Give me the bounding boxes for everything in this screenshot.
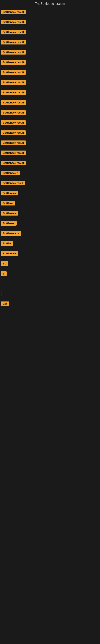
bottleneck-row: Bottleneck result: [0, 108, 100, 118]
bottleneck-row: Bottleneck result: [0, 98, 100, 108]
bottleneck-badge[interactable]: Bottleneck result: [1, 150, 26, 155]
bottleneck-row: Bottleneck result: [0, 67, 100, 77]
bottleneck-badge[interactable]: Bottleneck r: [1, 171, 20, 175]
bottleneck-row: Bottlene: [0, 198, 100, 208]
bottleneck-row: Bottleneck result: [0, 7, 100, 17]
bottleneck-row: Bottleneck result: [0, 128, 100, 138]
bottleneck-row: Bottleneck result: [0, 27, 100, 37]
bottleneck-row: Bottleneck result: [0, 158, 100, 168]
bottleneck-badge[interactable]: Bottleneck result: [1, 110, 26, 115]
bottleneck-badge[interactable]: Bottleneck result: [1, 70, 26, 75]
bottleneck-row: Bottleneck result: [0, 57, 100, 67]
bottleneck-badge[interactable]: Bot: [1, 302, 9, 306]
bottleneck-badge[interactable]: Bottleneck result: [1, 90, 26, 95]
site-title: TheBottlenecker.com: [0, 0, 100, 7]
bottleneck-badge[interactable]: Bottleneck: [1, 191, 18, 196]
bottleneck-badge[interactable]: Bottleneck: [1, 211, 18, 216]
bottleneck-badge[interactable]: Bottleneck result: [1, 10, 26, 14]
bottleneck-badge[interactable]: Bottleneck result: [1, 100, 26, 105]
page-wrapper: TheBottlenecker.com Bottleneck resultBot…: [0, 0, 100, 570]
bottleneck-badge[interactable]: Bottleneck result: [1, 160, 26, 165]
bottleneck-list: Bottleneck resultBottleneck resultBottle…: [0, 7, 100, 309]
bottleneck-row: Bottleneck result: [0, 77, 100, 87]
bottleneck-row: Bottler: [0, 238, 100, 248]
bottleneck-row: [0, 278, 100, 288]
bottleneck-badge[interactable]: Bottleneck result: [1, 80, 26, 85]
bottleneck-row: |: [0, 288, 100, 299]
bottleneck-badge[interactable]: Bottleneck re: [1, 231, 21, 236]
bottleneck-badge[interactable]: Bottleneck: [1, 251, 18, 256]
bottleneck-badge[interactable]: B: [1, 271, 7, 276]
bottleneck-badge[interactable]: Bottlenec: [1, 221, 17, 226]
bottleneck-row: Bottleneck: [0, 248, 100, 258]
bottleneck-row: Bottleneck result: [0, 87, 100, 98]
bottleneck-badge[interactable]: Bottleneck result: [1, 60, 26, 64]
bottleneck-row: Bottleneck result: [0, 17, 100, 27]
bottleneck-row: Bottleneck r: [0, 168, 100, 178]
bottleneck-badge[interactable]: Bottleneck result: [1, 120, 26, 125]
bottleneck-badge[interactable]: Bottleneck result: [1, 30, 26, 34]
bottleneck-badge[interactable]: Bottleneck result: [1, 140, 26, 145]
bottleneck-row: Bottleneck re: [0, 228, 100, 238]
bottleneck-row: Bot: [0, 299, 100, 309]
bottleneck-row: Bottleneck result: [0, 37, 100, 47]
bottleneck-row: Bottleneck result: [0, 118, 100, 128]
bottleneck-badge[interactable]: Bottleneck result: [1, 20, 26, 24]
bottleneck-row: Bottleneck result: [0, 148, 100, 158]
bottleneck-row: B: [0, 268, 100, 278]
bottleneck-badge[interactable]: Bottleneck resul: [1, 181, 25, 185]
bottleneck-row: Bottlenec: [0, 218, 100, 228]
bottleneck-badge[interactable]: Bottleneck result: [1, 40, 26, 44]
bottleneck-badge[interactable]: Bottler: [1, 241, 13, 246]
bottleneck-row: Bottleneck result: [0, 47, 100, 57]
bottleneck-badge[interactable]: Bo: [1, 261, 8, 266]
bottleneck-badge[interactable]: Bottleneck result: [1, 130, 26, 135]
bottleneck-row: Bottleneck resul: [0, 178, 100, 188]
bottleneck-badge[interactable]: Bottlene: [1, 201, 15, 206]
bottleneck-badge[interactable]: Bottleneck result: [1, 50, 26, 54]
bottleneck-row: Bottleneck: [0, 208, 100, 218]
bottleneck-row: Bottleneck: [0, 188, 100, 198]
bottleneck-row: Bottleneck result: [0, 138, 100, 148]
cursor-indicator: |: [1, 292, 2, 296]
bottleneck-row: Bo: [0, 258, 100, 268]
